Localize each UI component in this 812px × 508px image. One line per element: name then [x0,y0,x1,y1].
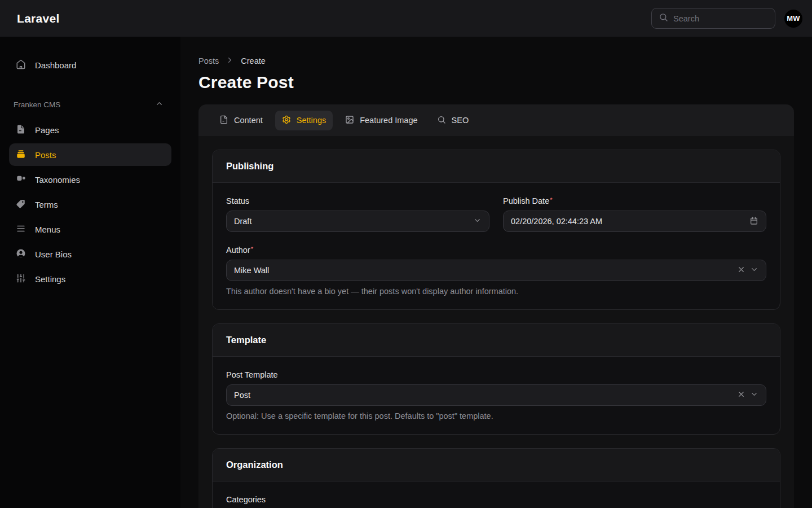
chevron-right-icon [226,56,234,66]
chevron-down-icon [750,390,758,400]
publish-date-input[interactable] [511,217,745,226]
post-template-value: Post [234,391,732,400]
form-panel: Content Settings Featured Image [198,104,794,508]
sidebar-item-menus[interactable]: Menus [9,218,171,240]
post-template-label: Post Template [226,370,766,379]
sidebar-item-label: Posts [35,150,56,160]
template-section: Template Post Template Post [212,323,780,435]
tab-featured-image[interactable]: Featured Image [338,111,424,130]
sidebar-item-settings[interactable]: Settings [9,268,171,290]
required-asterisk: * [550,196,552,203]
tab-label: Featured Image [360,116,417,125]
section-title: Organization [213,449,780,481]
section-title: Publishing [213,150,780,183]
tab-label: Content [234,116,263,125]
breadcrumb-create: Create [241,56,266,65]
required-asterisk: * [251,246,253,252]
publish-date-input-wrap [503,211,766,232]
chevron-up-icon [155,99,164,110]
status-label: Status [226,196,489,205]
post-template-helper-text: Optional: Use a specific template for th… [226,411,766,421]
sidebar-item-dashboard[interactable]: Dashboard [9,54,171,76]
sliders-icon [16,273,26,285]
tab-bar: Content Settings Featured Image [198,104,794,136]
sidebar-item-label: Pages [35,125,59,135]
status-field: Status Draft [226,196,489,232]
status-value: Draft [234,217,469,226]
breadcrumb-posts[interactable]: Posts [198,56,219,65]
organization-section: Organization Categories [212,448,780,508]
sidebar-item-label: Menus [35,225,60,234]
tab-label: Settings [297,116,326,125]
main-content: Posts Create Create Post Content [180,37,812,508]
sidebar-group-franken-cms[interactable]: Franken CMS [9,99,171,110]
posts-stack-icon [16,149,26,161]
author-value: Mike Wall [234,266,732,275]
breadcrumb: Posts Create [198,56,794,66]
publishing-body: Status Draft Publish Date* [213,183,780,309]
sidebar-item-label: Taxonomies [35,175,80,185]
tab-seo[interactable]: SEO [430,111,476,130]
search-icon [659,12,668,24]
user-circle-icon [16,248,26,260]
sidebar: Dashboard Franken CMS Pages Posts Taxono [0,37,180,508]
chevron-down-icon [473,216,482,226]
search-input[interactable] [673,14,768,23]
tab-settings[interactable]: Settings [275,111,333,130]
post-template-field: Post Template Post Optional: Use a [226,370,766,421]
menu-lines-icon [16,224,26,235]
clear-icon[interactable] [737,390,745,400]
author-label: Author* [226,246,766,255]
home-icon [16,59,26,71]
author-select[interactable]: Mike Wall [226,260,766,281]
global-search[interactable] [651,8,775,29]
topbar: Laravel MW [0,0,812,37]
section-title: Template [213,324,780,357]
tag-icon [16,199,26,211]
tab-content[interactable]: Content [213,111,270,130]
author-field: Author* Mike Wall This author does [226,246,766,296]
avatar[interactable]: MW [784,10,802,28]
organization-body: Categories [213,481,780,508]
page-icon [16,124,26,136]
app-logo[interactable]: Laravel [17,12,60,25]
publish-date-field: Publish Date* [503,196,766,232]
blocks-icon [16,174,26,186]
sidebar-item-terms[interactable]: Terms [9,193,171,216]
gear-icon [282,115,291,126]
sidebar-item-taxonomies[interactable]: Taxonomies [9,168,171,191]
image-icon [345,115,354,126]
sidebar-item-pages[interactable]: Pages [9,119,171,141]
panel-body: Publishing Status Draft [198,136,794,508]
topbar-right: MW [651,8,802,29]
categories-field: Categories [226,495,766,504]
sidebar-item-label: User Bios [35,249,72,259]
template-body: Post Template Post Optional: Use a [213,357,780,434]
clear-icon[interactable] [737,265,745,275]
document-icon [219,115,228,126]
author-helper-text: This author doesn't have a bio yet — the… [226,287,766,296]
sidebar-item-label: Dashboard [35,60,76,70]
sidebar-item-label: Terms [35,200,58,209]
status-select[interactable]: Draft [226,211,489,232]
publishing-section: Publishing Status Draft [212,150,780,310]
layout: Dashboard Franken CMS Pages Posts Taxono [0,37,812,508]
sidebar-item-user-bios[interactable]: User Bios [9,243,171,265]
publish-date-label: Publish Date* [503,196,766,205]
tab-label: SEO [452,116,469,125]
chevron-down-icon [750,265,758,275]
sidebar-item-label: Settings [35,274,65,284]
sidebar-item-posts[interactable]: Posts [9,143,171,166]
page-title: Create Post [198,73,794,92]
calendar-icon[interactable] [749,216,758,227]
post-template-select[interactable]: Post [226,384,766,406]
search-icon [437,115,446,126]
sidebar-group-label: Franken CMS [14,100,60,109]
categories-label: Categories [226,495,766,504]
